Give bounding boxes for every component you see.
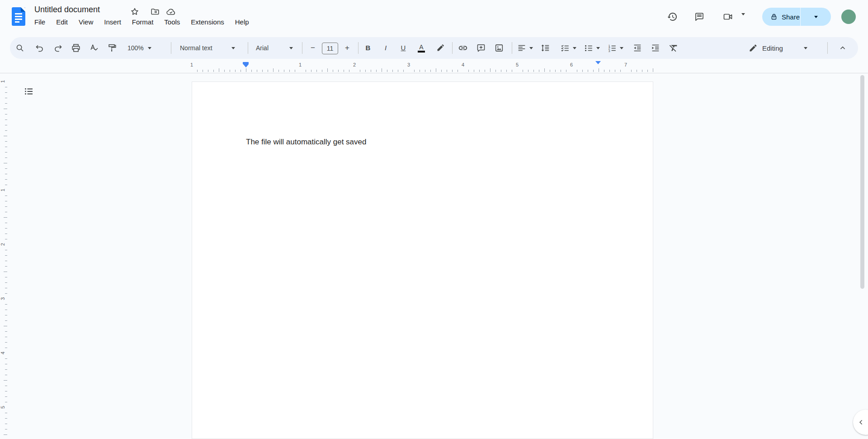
- ruler-tick: [561, 70, 561, 72]
- redo-icon[interactable]: [52, 43, 63, 53]
- comments-icon[interactable]: [694, 11, 705, 22]
- ruler-tick: [5, 331, 7, 332]
- ruler-tick: [588, 70, 588, 72]
- increase-font-size-button[interactable]: +: [342, 43, 353, 53]
- insert-image-icon[interactable]: [494, 43, 505, 53]
- hide-menus-icon[interactable]: [837, 43, 848, 53]
- print-icon[interactable]: [71, 43, 81, 53]
- ruler-tick: [5, 293, 7, 294]
- ruler-number: 2: [0, 243, 5, 246]
- checklist-caret-icon[interactable]: [571, 43, 578, 53]
- ruler-tick: [344, 70, 344, 72]
- ruler-tick: [4, 326, 7, 326]
- share-caret-icon[interactable]: [801, 8, 831, 26]
- document-paragraph[interactable]: The file will automatically get saved: [246, 137, 366, 147]
- menu-tools[interactable]: Tools: [159, 16, 185, 28]
- font-select[interactable]: Arial: [256, 43, 293, 53]
- decrease-indent-icon[interactable]: [632, 43, 643, 53]
- document-page[interactable]: [192, 81, 653, 439]
- ruler-tick: [333, 70, 333, 72]
- video-call-icon[interactable]: [722, 11, 733, 22]
- underline-button[interactable]: U: [398, 43, 409, 53]
- clear-formatting-icon[interactable]: [668, 43, 679, 53]
- document-title[interactable]: Untitled document: [34, 5, 100, 14]
- ruler-tick: [5, 277, 7, 277]
- star-icon[interactable]: [130, 7, 140, 17]
- ruler-tick: [528, 70, 528, 72]
- ruler-tick: [360, 70, 360, 72]
- decrease-font-size-button[interactable]: −: [307, 43, 318, 53]
- share-button[interactable]: Share: [762, 8, 800, 26]
- insert-link-icon[interactable]: [458, 43, 468, 53]
- move-folder-icon[interactable]: [150, 7, 160, 17]
- ruler-tick: [5, 418, 7, 419]
- cloud-saved-icon[interactable]: [166, 7, 176, 17]
- menu-edit[interactable]: Edit: [51, 16, 73, 28]
- checklist-icon[interactable]: [560, 43, 571, 53]
- ruler-tick: [420, 70, 420, 72]
- font-size-input[interactable]: [322, 43, 338, 54]
- paint-format-icon[interactable]: [107, 43, 118, 53]
- toolbar-divider: [171, 42, 171, 54]
- styles-value: Normal text: [180, 44, 212, 52]
- bulleted-list-caret-icon[interactable]: [595, 43, 601, 53]
- menu-file[interactable]: File: [29, 16, 51, 28]
- menu-extensions[interactable]: Extensions: [185, 16, 229, 28]
- menu-view[interactable]: View: [73, 16, 99, 28]
- right-indent-marker[interactable]: [595, 64, 601, 72]
- share-button-group: Share: [762, 8, 831, 26]
- ruler-number: 1: [190, 62, 193, 67]
- zoom-select[interactable]: 100%: [127, 43, 151, 53]
- ruler-tick: [5, 304, 7, 305]
- ruler-tick: [5, 119, 7, 120]
- undo-icon[interactable]: [34, 43, 45, 53]
- menu-insert[interactable]: Insert: [99, 16, 127, 28]
- line-spacing-icon[interactable]: [540, 43, 551, 53]
- ruler-tick: [5, 391, 7, 391]
- ruler-tick: [262, 70, 263, 72]
- menu-help[interactable]: Help: [230, 16, 255, 28]
- highlight-color-icon[interactable]: [435, 43, 446, 53]
- ruler-tick: [284, 70, 284, 72]
- version-history-icon[interactable]: [667, 11, 678, 22]
- increase-indent-icon[interactable]: [650, 43, 661, 53]
- mode-select[interactable]: Editing: [749, 43, 807, 53]
- ruler-tick: [208, 70, 208, 72]
- ruler-tick: [338, 70, 339, 72]
- numbered-list-caret-icon[interactable]: [618, 43, 625, 53]
- align-caret-icon[interactable]: [528, 43, 534, 53]
- italic-button[interactable]: I: [380, 43, 391, 53]
- search-menus-icon[interactable]: [14, 43, 25, 53]
- avatar[interactable]: [841, 10, 856, 24]
- spellcheck-icon[interactable]: [89, 43, 99, 53]
- ruler-tick: [230, 70, 230, 72]
- numbered-list-icon[interactable]: 1 2 3: [607, 43, 618, 53]
- menu-bar: File Edit View Insert Format Tools Exten…: [29, 16, 255, 28]
- docs-logo-icon[interactable]: [12, 7, 25, 26]
- ruler-number: 3: [0, 297, 5, 300]
- bulleted-list-icon[interactable]: [583, 43, 594, 53]
- left-indent-marker[interactable]: [243, 62, 249, 67]
- bold-button[interactable]: B: [363, 43, 373, 53]
- menu-format[interactable]: Format: [127, 16, 159, 28]
- ruler-tick: [5, 157, 7, 158]
- ruler-tick: [5, 386, 7, 386]
- collapse-side-panel-button[interactable]: [853, 410, 868, 435]
- align-icon[interactable]: [516, 43, 527, 53]
- ruler-number: 1: [0, 80, 5, 83]
- add-comment-icon[interactable]: [476, 43, 486, 53]
- text-color-button[interactable]: A: [416, 43, 427, 53]
- ruler-tick: [637, 70, 637, 72]
- ruler-tick: [224, 70, 225, 72]
- ruler-tick: [5, 206, 7, 207]
- video-call-caret-icon[interactable]: [741, 15, 745, 24]
- ruler-tick: [555, 70, 556, 72]
- ruler-tick: [5, 98, 7, 98]
- show-outline-icon[interactable]: [23, 85, 35, 98]
- styles-select[interactable]: Normal text: [180, 43, 235, 53]
- ruler-tick: [5, 337, 7, 337]
- ruler-tick: [387, 70, 387, 72]
- ruler-tick: [4, 434, 7, 435]
- scrollbar-thumb[interactable]: [860, 75, 864, 289]
- ruler-tick: [4, 109, 7, 109]
